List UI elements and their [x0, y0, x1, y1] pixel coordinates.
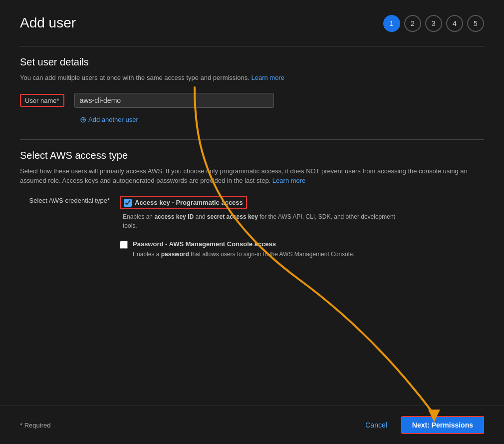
user-name-label: User name*: [25, 97, 59, 104]
access-key-option: Access key - Programmatic access: [120, 196, 402, 209]
user-name-label-box: User name*: [20, 94, 64, 107]
step-1: 1: [383, 15, 400, 32]
step-4: 4: [446, 15, 463, 32]
access-key-label: Access key - Programmatic access: [135, 199, 243, 206]
user-name-input[interactable]: [74, 93, 274, 108]
password-label: Password - AWS Management Console access: [133, 240, 354, 248]
password-description: Enables a password that allows users to …: [133, 250, 354, 259]
access-key-checkbox[interactable]: [124, 199, 132, 207]
step-3: 3: [425, 15, 442, 32]
credential-type-label: Select AWS credential type*: [20, 196, 110, 204]
required-note: * Required: [20, 422, 50, 429]
set-user-details-learn-more[interactable]: Learn more: [251, 74, 284, 81]
step-indicator: 1 2 3 4 5: [383, 15, 484, 32]
access-type-title: Select AWS access type: [20, 150, 484, 161]
password-option: Password - AWS Management Console access…: [120, 240, 402, 259]
user-name-row: User name*: [20, 93, 484, 108]
set-user-details-description: You can add multiple users at once with …: [20, 73, 484, 83]
credential-type-row: Select AWS credential type* Access key -…: [20, 196, 484, 259]
step-5: 5: [467, 15, 484, 32]
footer-buttons: Cancel Next: Permissions: [357, 416, 484, 434]
footer: * Required Cancel Next: Permissions: [0, 406, 504, 444]
set-user-details-title: Set user details: [20, 56, 484, 68]
password-checkbox[interactable]: [120, 241, 128, 249]
access-key-option-box: Access key - Programmatic access: [120, 196, 247, 209]
access-type-description: Select how these users will primarily ac…: [20, 166, 484, 186]
credential-options: Access key - Programmatic access Enables…: [120, 196, 402, 259]
add-another-user-link[interactable]: ⊕ Add another user: [80, 115, 484, 124]
access-key-description: Enables an access key ID and secret acce…: [123, 212, 402, 230]
plus-icon: ⊕: [80, 115, 86, 124]
next-permissions-button[interactable]: Next: Permissions: [401, 416, 484, 434]
access-type-learn-more[interactable]: Learn more: [272, 177, 305, 184]
step-2: 2: [404, 15, 421, 32]
cancel-button[interactable]: Cancel: [357, 417, 395, 433]
